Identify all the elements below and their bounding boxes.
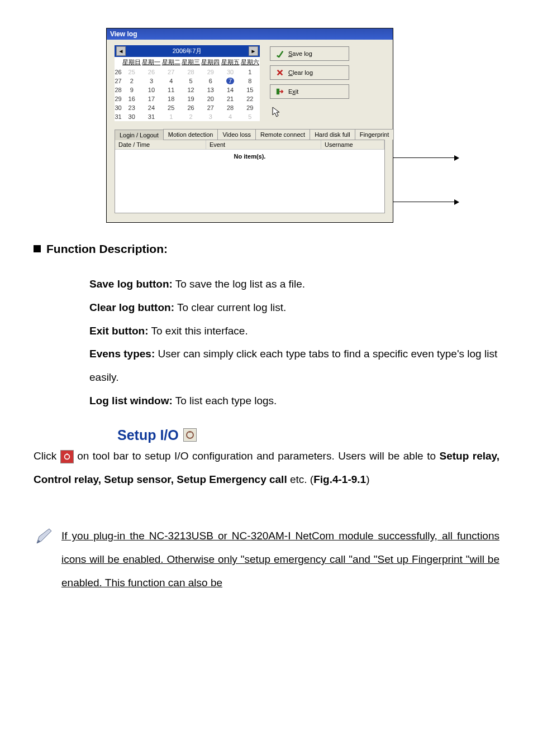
col-username[interactable]: Username <box>321 140 384 149</box>
cal-week-number: 31 <box>115 112 122 121</box>
calendar-grid: 星期日 星期一 星期二 星期三 星期四 星期五 星期六 262526272829… <box>115 57 260 121</box>
cal-day-cell[interactable]: 26 <box>141 68 161 76</box>
bullet-square-icon <box>34 245 41 252</box>
netcom-note: If you plug-in the NC-3213USB or NC-320A… <box>61 524 499 594</box>
cal-week-number: 26 <box>115 68 122 76</box>
cal-day-cell[interactable]: 5 <box>181 76 201 85</box>
pencil-check-icon <box>276 50 284 58</box>
cal-day-cell[interactable]: 4 <box>161 76 181 85</box>
cal-day-cell[interactable]: 30 <box>220 68 240 76</box>
setup-io-paragraph: Click on tool bar to setup I/O configura… <box>34 444 499 491</box>
cal-day-cell[interactable]: 14 <box>220 85 240 94</box>
exit-arrow-icon <box>276 88 284 95</box>
callout-line-2 <box>393 202 458 202</box>
cal-day-cell[interactable]: 21 <box>220 94 240 103</box>
clear-log-term: Clear log button: <box>89 302 174 313</box>
cal-day-cell[interactable]: 19 <box>181 94 201 103</box>
cal-day-cell[interactable]: 25 <box>161 103 181 112</box>
cal-day-cell[interactable]: 18 <box>161 94 181 103</box>
tab-fingerprint[interactable]: Fingerprint <box>355 129 394 140</box>
cal-day-cell[interactable]: 4 <box>220 112 240 121</box>
clear-log-button[interactable]: Clear log <box>270 65 349 80</box>
tab-video-loss[interactable]: Video loss <box>217 129 256 140</box>
log-list-term: Log list window: <box>89 395 173 406</box>
cal-next-button[interactable]: ► <box>249 46 258 56</box>
cal-day-cell[interactable]: 8 <box>240 76 260 85</box>
cal-day-cell[interactable]: 2 <box>181 112 201 121</box>
exit-label: it <box>296 88 299 95</box>
cal-day-cell[interactable]: 29 <box>240 103 260 112</box>
cal-week-number: 29 <box>115 94 122 103</box>
clear-log-label: lear log <box>293 69 313 76</box>
cal-day-cell[interactable]: 3 <box>201 112 220 121</box>
netcom-note-text: If you plug-in the NC-3213USB or NC-320A… <box>61 530 499 588</box>
evens-types-term: Evens types: <box>89 348 155 360</box>
cal-day-cell[interactable]: 22 <box>240 94 260 103</box>
callout-arrow-1 <box>454 155 459 161</box>
definition-list: Save log button: To save the log list as… <box>89 272 499 413</box>
log-list: Date / Time Event Username No item(s). <box>115 140 385 213</box>
setup-io-heading: Setup I/O <box>117 427 499 443</box>
exit-button[interactable]: Exit <box>270 84 349 99</box>
cal-day-cell[interactable]: 23 <box>122 103 141 112</box>
cal-day-cell[interactable]: 7 <box>220 76 240 85</box>
cal-day-cell[interactable]: 29 <box>201 68 220 76</box>
col-event[interactable]: Event <box>206 140 321 149</box>
cal-month-label: 2006年7月 <box>173 47 202 55</box>
svg-rect-2 <box>189 431 191 433</box>
log-list-desc: To list each type logs. <box>173 395 277 406</box>
cal-day-cell[interactable]: 1 <box>240 68 260 76</box>
cal-day-cell[interactable]: 15 <box>240 85 260 94</box>
cal-day-cell[interactable]: 28 <box>181 68 201 76</box>
cal-week-number: 30 <box>115 103 122 112</box>
event-tabs: Login / LogoutMotion detectionVideo loss… <box>115 129 385 140</box>
tab-remote-connect[interactable]: Remote connect <box>255 129 310 140</box>
col-datetime[interactable]: Date / Time <box>115 140 206 149</box>
tab-motion-detection[interactable]: Motion detection <box>163 129 218 140</box>
svg-rect-4 <box>66 453 68 455</box>
callout-arrow-2 <box>454 199 459 205</box>
cal-day-cell[interactable]: 16 <box>122 94 141 103</box>
cal-day-cell[interactable]: 31 <box>141 112 161 121</box>
cal-day-cell[interactable]: 2 <box>122 76 141 85</box>
pen-note-icon <box>34 527 54 547</box>
cal-day-cell[interactable]: 3 <box>141 76 161 85</box>
exit-term: Exit button: <box>89 325 149 337</box>
cal-prev-button[interactable]: ◄ <box>116 46 126 56</box>
cal-week-number: 28 <box>115 85 122 94</box>
cal-day-cell[interactable]: 25 <box>122 68 141 76</box>
cal-day-cell[interactable]: 9 <box>122 85 141 94</box>
cal-day-cell[interactable]: 24 <box>141 103 161 112</box>
cal-day-cell[interactable]: 1 <box>161 112 181 121</box>
cal-day-cell[interactable]: 6 <box>201 76 220 85</box>
save-log-label: ave log <box>292 50 312 57</box>
save-log-term: Save log button: <box>89 278 173 290</box>
svg-rect-0 <box>277 89 279 95</box>
window-title: View log <box>107 28 393 40</box>
save-log-button[interactable]: Save log <box>270 46 349 61</box>
cal-day-cell[interactable]: 10 <box>141 85 161 94</box>
cal-day-cell[interactable]: 20 <box>201 94 220 103</box>
function-description-heading: Function Description: <box>46 242 168 256</box>
cal-day-cell[interactable]: 17 <box>141 94 161 103</box>
clear-log-desc: To clear current log list. <box>174 302 286 313</box>
tab-login-logout[interactable]: Login / Logout <box>115 130 164 140</box>
cal-day-cell[interactable]: 30 <box>122 112 141 121</box>
cal-day-cell[interactable]: 27 <box>201 103 220 112</box>
cal-day-cell[interactable]: 5 <box>240 112 260 121</box>
tab-hard-disk-full[interactable]: Hard disk full <box>310 129 355 140</box>
delete-x-icon <box>276 69 284 76</box>
cal-day-cell[interactable]: 28 <box>220 103 240 112</box>
cal-day-cell[interactable]: 11 <box>161 85 181 94</box>
exit-desc: To exit this interface. <box>149 325 248 337</box>
cal-day-cell[interactable]: 12 <box>181 85 201 94</box>
cal-day-cell[interactable]: 26 <box>181 103 201 112</box>
save-log-desc: To save the log list as a file. <box>173 278 305 290</box>
callout-line-1 <box>393 157 458 158</box>
cal-day-cell[interactable]: 27 <box>161 68 181 76</box>
cal-day-cell[interactable]: 13 <box>201 85 220 94</box>
calendar: ◄ 2006年7月 ► 星期日 星期一 星期二 星期三 星 <box>115 45 260 121</box>
svg-point-3 <box>64 454 69 459</box>
cal-week-number: 27 <box>115 76 122 85</box>
mouse-cursor-icon <box>272 107 385 119</box>
